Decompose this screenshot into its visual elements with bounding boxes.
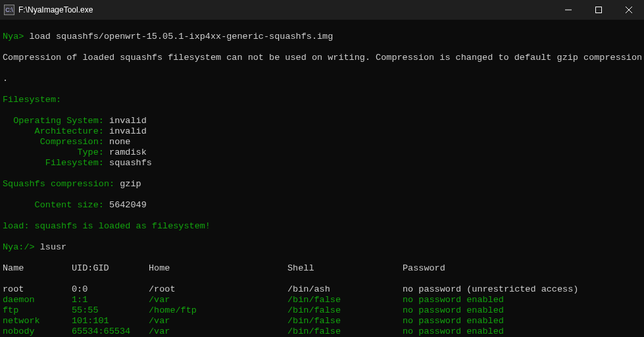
squashfs-compression-value: gzip [114, 179, 141, 189]
col-header-name: Name [3, 263, 72, 274]
fs-label: Operating System: [3, 116, 104, 126]
user-password: no password enabled [403, 295, 504, 305]
user-name: network [3, 316, 72, 326]
user-home: /var [149, 316, 287, 326]
user-shell: /bin/false [287, 326, 403, 337]
window-title: F:\NyaImageTool.exe [18, 5, 93, 14]
user-home: /var [149, 326, 287, 337]
user-shell: /bin/ash [287, 284, 403, 295]
user-password: no password (unrestricted access) [403, 284, 578, 295]
user-shell: /bin/false [287, 295, 403, 305]
prompt: Nya> [3, 32, 30, 41]
close-button[interactable] [614, 0, 644, 20]
user-password: no password enabled [403, 305, 504, 316]
window-titlebar: C:\ F:\NyaImageTool.exe [0, 0, 644, 20]
fs-value: ramdisk [104, 147, 147, 157]
user-shell: /bin/false [287, 316, 403, 326]
col-header-password: Password [403, 263, 445, 274]
user-uid: 65534:65534 [72, 326, 149, 337]
user-home: /home/ftp [149, 305, 287, 316]
user-row: daemon1:1/var/bin/falseno password enabl… [3, 295, 641, 305]
warning-line: Compression of loaded squashfs filesyste… [3, 53, 641, 63]
filesystem-header: Filesystem: [3, 95, 641, 105]
load-success-msg: load: squashfs is loaded as filesystem! [3, 221, 641, 232]
maximize-button[interactable] [583, 0, 614, 20]
col-header-uid: UID:GID [72, 263, 149, 274]
user-table-header: NameUID:GIDHomeShellPassword [3, 263, 641, 274]
fs-value: invalid [104, 126, 147, 136]
col-header-shell: Shell [287, 263, 403, 274]
user-password: no password enabled [403, 326, 504, 337]
user-uid: 55:55 [72, 305, 149, 316]
fs-label: Compression: [3, 137, 104, 147]
fs-label: Filesystem: [3, 158, 104, 168]
user-name: nobody [3, 326, 72, 337]
user-row: ftp55:55/home/ftp/bin/falseno password e… [3, 305, 641, 316]
user-home: /var [149, 295, 287, 305]
col-header-home: Home [149, 263, 287, 274]
user-row: network101:101/var/bin/falseno password … [3, 316, 641, 326]
warning-line: . [3, 74, 641, 84]
user-row: nobody65534:65534/var/bin/falseno passwo… [3, 326, 641, 337]
content-size-label: Content size: [3, 200, 104, 210]
command-text: load squashfs/openwrt-15.05.1-ixp4xx-gen… [30, 32, 334, 41]
user-password: no password enabled [403, 316, 504, 326]
user-uid: 101:101 [72, 316, 149, 326]
app-icon: C:\ [4, 5, 14, 15]
user-name: daemon [3, 295, 72, 305]
squashfs-compression-label: Squashfs compression: [3, 179, 114, 189]
terminal-output[interactable]: Nya> load squashfs/openwrt-15.05.1-ixp4x… [0, 20, 644, 337]
fs-label: Type: [3, 147, 104, 157]
user-name: root [3, 284, 72, 295]
user-shell: /bin/false [287, 305, 403, 316]
user-uid: 0:0 [72, 284, 149, 295]
command-text: lsusr [40, 242, 67, 252]
fs-label: Architecture: [3, 126, 104, 136]
user-name: ftp [3, 305, 72, 316]
prompt: Nya:/> [3, 242, 40, 252]
user-home: /root [149, 284, 287, 295]
fs-value: none [104, 137, 131, 147]
user-row: root0:0/root/bin/ashno password (unrestr… [3, 284, 641, 295]
minimize-button[interactable] [553, 0, 583, 20]
content-size-value: 5642049 [104, 200, 147, 210]
user-uid: 1:1 [72, 295, 149, 305]
fs-value: invalid [104, 116, 147, 126]
svg-rect-1 [596, 7, 602, 13]
fs-value: squashfs [104, 158, 152, 168]
